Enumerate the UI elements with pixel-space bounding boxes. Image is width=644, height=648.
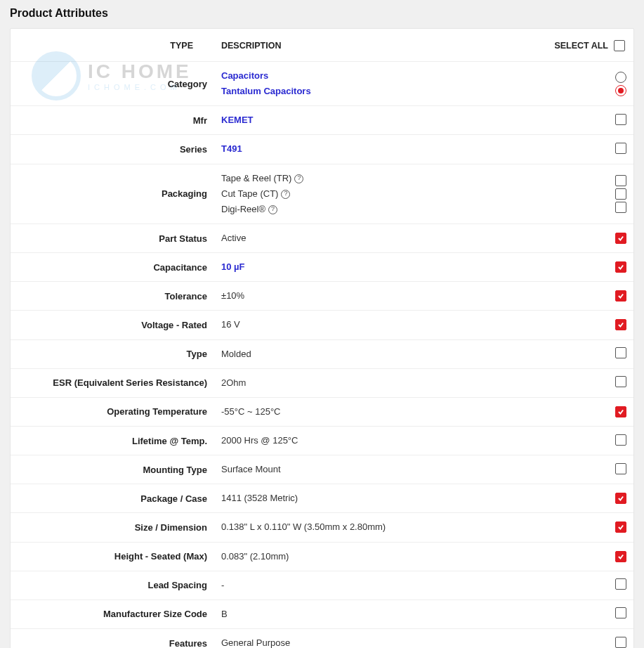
attribute-checkbox-4[interactable] xyxy=(615,233,626,244)
table-row: Size / Dimension0.138" L x 0.110" W (3.5… xyxy=(11,513,633,542)
attribute-select xyxy=(547,253,633,282)
attribute-description: 16 V xyxy=(214,311,547,339)
attribute-value: Active xyxy=(221,233,246,243)
attribute-value: Surface Mount xyxy=(221,464,281,474)
help-icon[interactable]: ? xyxy=(281,190,290,199)
attribute-link[interactable]: Capacitors xyxy=(221,70,268,81)
attribute-value: Cut Tape (CT) xyxy=(221,188,278,199)
attribute-checkbox-16[interactable] xyxy=(615,578,626,590)
attribute-checkbox-11[interactable] xyxy=(615,434,626,446)
attribute-select xyxy=(547,282,633,311)
attribute-select xyxy=(547,368,633,397)
attribute-description: General Purpose xyxy=(214,628,547,648)
attribute-value: 1411 (3528 Metric) xyxy=(221,493,298,503)
attribute-select xyxy=(547,311,633,339)
attribute-checkbox-14[interactable] xyxy=(615,521,626,533)
attribute-checkbox-13[interactable] xyxy=(615,493,626,504)
attribute-description: 0.083" (2.10mm) xyxy=(214,542,547,571)
table-row: MfrKEMET xyxy=(11,106,633,135)
table-row: Package / Case1411 (3528 Metric) xyxy=(11,484,633,513)
select-all-label: SELECT ALL xyxy=(554,41,608,51)
attribute-checkbox-7[interactable] xyxy=(615,319,626,330)
attribute-select xyxy=(547,106,633,135)
table-row: Operating Temperature-55°C ~ 125°C xyxy=(11,397,633,426)
attributes-panel: IC HOME ICHOME.COM TYPE DESCRIPTION SELE… xyxy=(10,28,634,648)
attribute-checkbox-6[interactable] xyxy=(615,290,626,302)
table-row: PackagingTape & Reel (TR)?Cut Tape (CT)?… xyxy=(11,164,633,223)
attribute-link[interactable]: 10 µF xyxy=(221,261,245,272)
page-title: Product Attributes xyxy=(0,0,644,28)
select-all-checkbox[interactable] xyxy=(614,40,625,51)
attribute-description: Molded xyxy=(214,339,547,368)
attribute-value: ±10% xyxy=(221,290,244,301)
attribute-link[interactable]: T491 xyxy=(221,143,242,154)
attribute-type: Series xyxy=(11,135,214,164)
attribute-description: 2000 Hrs @ 125°C xyxy=(214,426,547,455)
attribute-type: Size / Dimension xyxy=(11,513,214,542)
table-row: SeriesT491 xyxy=(11,135,633,164)
attribute-description: Surface Mount xyxy=(214,455,547,484)
attribute-value: 0.083" (2.10mm) xyxy=(221,551,289,562)
attribute-checkbox-3-0[interactable] xyxy=(615,175,626,186)
attribute-description: KEMET xyxy=(214,106,547,135)
attribute-select xyxy=(547,135,633,164)
attribute-description: ±10% xyxy=(214,282,547,311)
attribute-value: 16 V xyxy=(221,319,240,330)
attribute-type: Voltage - Rated xyxy=(11,311,214,339)
attribute-radio-0-0[interactable] xyxy=(615,72,626,83)
attribute-checkbox-10[interactable] xyxy=(615,406,626,417)
attribute-select xyxy=(547,600,633,628)
attribute-type: Lifetime @ Temp. xyxy=(11,426,214,455)
attribute-radio-0-1[interactable] xyxy=(615,85,626,96)
attribute-description: B xyxy=(214,600,547,628)
attribute-description: T491 xyxy=(214,135,547,164)
attribute-description: CapacitorsTantalum Capacitors xyxy=(214,62,547,106)
attribute-value: 2000 Hrs @ 125°C xyxy=(221,435,298,446)
attribute-link[interactable]: KEMET xyxy=(221,115,254,125)
attribute-checkbox-12[interactable] xyxy=(615,463,626,474)
table-row: Part StatusActive xyxy=(11,223,633,252)
attribute-type: Mfr xyxy=(11,106,214,135)
attribute-value: -55°C ~ 125°C xyxy=(221,406,280,417)
attribute-type: Type xyxy=(11,339,214,368)
table-row: Mounting TypeSurface Mount xyxy=(11,455,633,484)
attribute-select xyxy=(547,484,633,513)
attribute-checkbox-2[interactable] xyxy=(615,143,626,154)
attribute-value: 0.138" L x 0.110" W (3.50mm x 2.80mm) xyxy=(221,521,386,532)
attribute-checkbox-3-2[interactable] xyxy=(615,202,626,213)
attribute-checkbox-18[interactable] xyxy=(615,637,626,648)
help-icon[interactable]: ? xyxy=(294,174,303,183)
table-row: Lead Spacing- xyxy=(11,571,633,600)
attribute-description: Active xyxy=(214,223,547,252)
header-type: TYPE xyxy=(11,29,214,62)
attribute-description: Tape & Reel (TR)?Cut Tape (CT)?Digi-Reel… xyxy=(214,164,547,223)
table-row: Height - Seated (Max)0.083" (2.10mm) xyxy=(11,542,633,571)
attribute-checkbox-5[interactable] xyxy=(615,261,626,273)
attribute-type: Manufacturer Size Code xyxy=(11,600,214,628)
attribute-description: -55°C ~ 125°C xyxy=(214,397,547,426)
attribute-value: Tape & Reel (TR) xyxy=(221,173,291,183)
attribute-type: Part Status xyxy=(11,223,214,252)
attribute-type: Features xyxy=(11,628,214,648)
attribute-type: Mounting Type xyxy=(11,455,214,484)
attribute-link[interactable]: Tantalum Capacitors xyxy=(221,86,311,96)
help-icon[interactable]: ? xyxy=(268,205,277,214)
attribute-description: 10 µF xyxy=(214,253,547,282)
attributes-table: TYPE DESCRIPTION SELECT ALL CategoryCapa… xyxy=(11,29,633,648)
attribute-select xyxy=(547,426,633,455)
attribute-checkbox-9[interactable] xyxy=(615,376,626,387)
attribute-select xyxy=(547,571,633,600)
attribute-checkbox-1[interactable] xyxy=(615,114,626,125)
attribute-select xyxy=(547,542,633,571)
table-row: TypeMolded xyxy=(11,339,633,368)
attribute-description: 1411 (3528 Metric) xyxy=(214,484,547,513)
attribute-checkbox-17[interactable] xyxy=(615,607,626,618)
attribute-checkbox-15[interactable] xyxy=(615,551,626,562)
attribute-checkbox-8[interactable] xyxy=(615,347,626,358)
attribute-checkbox-3-1[interactable] xyxy=(615,188,626,200)
attribute-select xyxy=(547,62,633,106)
attribute-value: 2Ohm xyxy=(221,377,246,388)
attribute-select xyxy=(547,223,633,252)
attribute-type: Lead Spacing xyxy=(11,571,214,600)
attribute-value: - xyxy=(221,580,224,590)
